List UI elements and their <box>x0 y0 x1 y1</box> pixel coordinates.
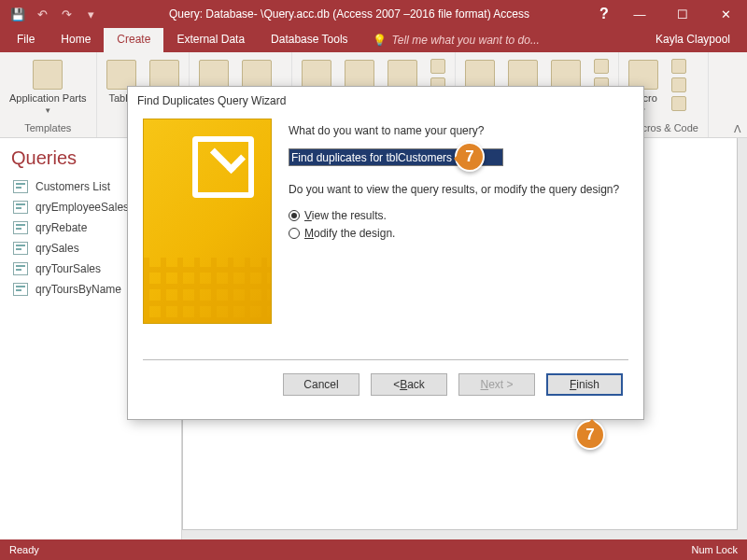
dialog-title: Find Duplicates Query Wizard <box>128 87 643 115</box>
titlebar: 💾 ↶ ↷ ▾ Query: Database- \Query.acc.db (… <box>0 0 747 28</box>
form-wizard-button[interactable] <box>427 58 449 75</box>
query-icon <box>13 283 28 296</box>
close-button[interactable]: ✕ <box>704 0 747 28</box>
callout-step-7-finish: 7 <box>575 420 605 450</box>
query-icon <box>13 262 28 275</box>
module-button[interactable] <box>668 58 690 75</box>
status-bar: Ready Num Lock <box>0 539 747 560</box>
radio-icon <box>289 228 300 239</box>
save-icon[interactable]: 💾 <box>7 4 28 24</box>
back-button[interactable]: < Back <box>371 373 447 396</box>
lightbulb-icon: 💡 <box>373 34 387 47</box>
module-icon <box>671 59 686 74</box>
query-icon <box>13 242 28 255</box>
collapse-ribbon-button[interactable]: ᐱ <box>734 123 741 135</box>
tell-me-search[interactable]: 💡 Tell me what you want to do... <box>361 28 540 52</box>
query-icon <box>13 180 28 193</box>
report-wizard-button[interactable] <box>590 58 613 75</box>
group-templates-label: Templates <box>6 122 91 135</box>
query-icon <box>13 201 28 214</box>
user-name[interactable]: Kayla Claypool <box>655 28 747 52</box>
maximize-button[interactable]: ☐ <box>661 0 704 28</box>
cancel-button[interactable]: Cancel <box>283 373 359 396</box>
class-module-button[interactable] <box>668 77 690 93</box>
status-numlock: Num Lock <box>691 544 738 555</box>
finish-button[interactable]: Finish <box>546 373 623 396</box>
tab-file[interactable]: File <box>4 28 48 52</box>
find-duplicates-wizard-dialog: Find Duplicates Query Wizard What do you… <box>127 86 644 420</box>
window-title: Query: Database- \Query.acc.db (Access 2… <box>108 7 590 21</box>
tell-me-placeholder: Tell me what you want to do... <box>392 34 540 47</box>
tab-create[interactable]: Create <box>104 28 163 52</box>
tab-home[interactable]: Home <box>48 28 104 52</box>
ribbon-tabs: File Home Create External Data Database … <box>0 28 747 52</box>
help-button[interactable]: ? <box>590 0 618 28</box>
next-button: Next > <box>458 373 535 396</box>
dialog-buttons: Cancel < Back Next > Finish <box>128 360 643 396</box>
application-parts-button[interactable]: Application Parts ▼ <box>6 58 91 117</box>
status-ready: Ready <box>9 544 39 555</box>
tab-external-data[interactable]: External Data <box>163 28 258 52</box>
option-view-results[interactable]: View the results. <box>289 209 628 222</box>
qat-customize-icon[interactable]: ▾ <box>80 4 101 24</box>
query-name-prompt: What do you want to name your query? <box>289 124 628 137</box>
class-module-icon <box>671 77 686 92</box>
application-parts-icon <box>33 60 63 90</box>
radio-icon <box>289 210 300 221</box>
visual-basic-icon <box>671 96 686 111</box>
option-modify-design[interactable]: Modify the design. <box>289 227 628 240</box>
wizard-illustration <box>143 119 272 324</box>
visual-basic-button[interactable] <box>668 95 690 112</box>
quick-access-toolbar: 💾 ↶ ↷ ▾ <box>0 4 108 24</box>
undo-icon[interactable]: ↶ <box>32 4 52 24</box>
redo-icon[interactable]: ↷ <box>56 4 77 24</box>
application-parts-label: Application Parts <box>9 92 87 104</box>
tab-database-tools[interactable]: Database Tools <box>258 28 361 52</box>
view-modify-prompt: Do you want to view the query results, o… <box>289 183 628 196</box>
form-wizard-icon <box>430 59 445 74</box>
group-templates: Application Parts ▼ Templates <box>0 52 97 137</box>
checkmark-icon <box>210 138 246 174</box>
chevron-down-icon: ▼ <box>44 106 51 115</box>
query-icon <box>13 221 28 234</box>
window-controls: — ☐ ✕ <box>618 0 747 28</box>
minimize-button[interactable]: — <box>618 0 661 28</box>
callout-step-7-name: 7 <box>455 142 485 172</box>
report-wizard-icon <box>594 59 609 74</box>
